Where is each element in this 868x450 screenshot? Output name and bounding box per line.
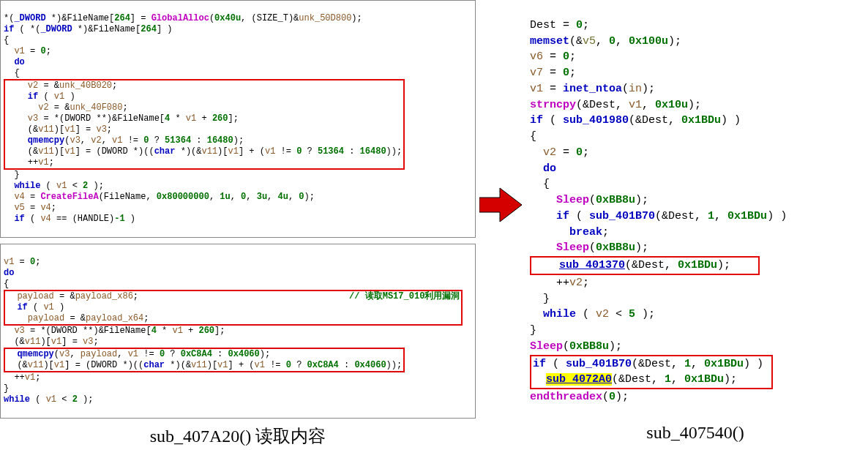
line: v1 = 0; — [4, 257, 40, 267]
line: } — [4, 170, 20, 180]
red-box-2b: qmemcpy(v3, payload, v1 != 0 ? 0xC8A4 : … — [4, 348, 405, 372]
line: if ( v1 ) — [7, 302, 64, 312]
line: v2 = &unk_40B020; — [7, 80, 117, 91]
code-block-bottom: v1 = 0; do { payload = &payload_x86; // … — [0, 244, 476, 419]
right-column: Dest = 0; memset(&v5, 0, 0x100u); v6 = 0… — [527, 0, 864, 443]
svg-marker-0 — [479, 188, 522, 222]
line: do — [4, 57, 25, 67]
line: { — [530, 178, 550, 190]
line: (&v11)[v1] = (DWORD *)((char *)(&v11)[v1… — [7, 146, 402, 157]
line: { — [4, 35, 9, 45]
line: payload = &payload_x86; // 读取MS17_010利用漏… — [7, 291, 460, 301]
line: v1 = 0; — [4, 46, 51, 56]
line: v4 = CreateFileA(FileName, 0x80000000, 1… — [4, 192, 315, 202]
line: v3 = *(DWORD **)&FileName[4 * v1 + 260]; — [7, 113, 239, 124]
line: v1 = inet_ntoa(in); — [530, 83, 655, 95]
arrow-icon — [479, 187, 523, 223]
line: v2 = 0; — [530, 146, 589, 159]
line: sub_4072A0(&Dest, 1, 0x1BDu); — [533, 373, 770, 386]
left-column: *(_DWORD *)&FileName[264] = GlobalAlloc(… — [0, 0, 476, 448]
line: v7 = 0; — [530, 67, 576, 79]
line: Sleep(0xBB8u); — [530, 194, 648, 206]
line: Sleep(0xBB8u); — [530, 241, 648, 254]
line: Dest = 0; — [530, 19, 589, 31]
line: if ( v1 ) — [7, 91, 75, 102]
line: memset(&v5, 0, 0x100u); — [530, 35, 681, 48]
line: Sleep(0xBB8u); — [530, 340, 622, 353]
line: if ( *(_DWORD *)&FileName[264] ) — [4, 24, 172, 34]
red-box-2a: payload = &payload_x86; // 读取MS17_010利用漏… — [4, 290, 463, 326]
red-box-r2: if ( sub_401B70(&Dest, 1, 0x1BDu) ) sub_… — [530, 355, 773, 390]
line: } — [530, 293, 550, 305]
line: do — [530, 162, 556, 175]
line: payload = &payload_x64; — [7, 313, 344, 323]
line: (&v11)[v1] = (DWORD *)((char *)(&v11)[v1… — [7, 360, 402, 370]
comment-ms17: // 读取MS17_010利用漏洞 — [244, 291, 460, 301]
line: endthreadex(0); — [530, 391, 629, 403]
red-box-r1: sub_401370(&Dest, 0x1BDu); — [530, 256, 760, 275]
line: if ( sub_401B70(&Dest, 1, 0x1BDu) ) — [530, 210, 787, 222]
line: v2 = &unk_40F080; — [7, 102, 128, 113]
code-block-right: Dest = 0; memset(&v5, 0, 0x100u); v6 = 0… — [527, 0, 864, 423]
line: *(_DWORD *)&FileName[264] = GlobalAlloc(… — [4, 13, 362, 23]
line: } — [4, 383, 9, 394]
line: { — [530, 130, 536, 143]
line: qmemcpy(v3, v2, v1 != 0 ? 51364 : 16480)… — [7, 135, 244, 146]
right-caption: sub_407540() — [527, 423, 864, 443]
line: if ( v4 == (HANDLE)-1 ) — [4, 214, 135, 224]
line: v6 = 0; — [530, 50, 576, 63]
line: if ( sub_401980(&Dest, 0x1BDu) ) — [530, 114, 741, 127]
line: (&v11)[v1] = v3; — [4, 337, 99, 347]
left-caption: sub_407A20() 读取内容 — [0, 424, 476, 448]
line: { — [4, 279, 9, 289]
line: (&v11)[v1] = v3; — [7, 124, 112, 135]
line: strncpy(&Dest, v1, 0x10u); — [530, 99, 701, 111]
line: { — [4, 68, 20, 78]
line: v5 = v4; — [4, 203, 56, 213]
line: while ( v2 < 5 ); — [530, 308, 655, 320]
line: while ( v1 < 2 ); — [4, 181, 104, 191]
line: ++v1; — [7, 157, 402, 168]
line: do — [4, 268, 14, 278]
line: } — [530, 324, 536, 337]
line: break; — [530, 226, 609, 239]
line: if ( sub_401B70(&Dest, 1, 0x1BDu) ) — [533, 358, 763, 370]
line: v3 = *(DWORD **)&FileName[4 * v1 + 260]; — [4, 326, 225, 336]
line: sub_401370(&Dest, 0x1BDu); — [533, 259, 757, 271]
red-box-1: v2 = &unk_40B020; if ( v1 ) v2 = &unk_40… — [4, 79, 405, 170]
code-block-top: *(_DWORD *)&FileName[264] = GlobalAlloc(… — [0, 0, 476, 238]
line: qmemcpy(v3, payload, v1 != 0 ? 0xC8A4 : … — [7, 349, 270, 359]
line: while ( v1 < 2 ); — [4, 394, 93, 405]
line: ++v2; — [530, 277, 589, 289]
line: ++v1; — [4, 372, 40, 383]
